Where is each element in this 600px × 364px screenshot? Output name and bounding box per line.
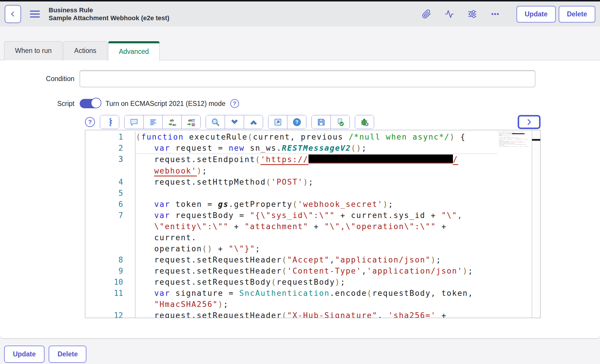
es-mode-help-icon[interactable]: ?: [230, 99, 239, 108]
code-line-text: [135, 188, 540, 199]
code-line: 11var signature = SncAuthentication.enco…: [85, 288, 540, 310]
back-button[interactable]: [5, 5, 21, 23]
code-line-text: request.setRequestHeader('Content-Type',…: [135, 265, 540, 277]
comment-button[interactable]: [125, 115, 143, 129]
chevron-right-icon: [525, 118, 533, 126]
save-button[interactable]: [312, 115, 330, 129]
toolbar-group: [206, 115, 263, 129]
condition-label: Condition: [0, 75, 80, 83]
code-line: 12request.setRequestHeader("X-Hub-Signat…: [85, 310, 540, 318]
code-line-text: request.setRequestHeader("X-Hub-Signatur…: [135, 310, 540, 318]
code-line-text: request.setHttpMethod('POST');: [135, 176, 540, 188]
toolbar-group: [355, 115, 374, 129]
code-line-text: var requestBody = "{\"sys_id\":\"" + cur…: [135, 210, 540, 254]
svg-text:ab: ab: [170, 118, 174, 122]
code-line-text: var request = new sn_ws.RESTMessageV2();: [135, 142, 540, 154]
debug-icon: [360, 118, 369, 127]
replace-button[interactable]: abac: [162, 115, 181, 129]
search-button[interactable]: [206, 115, 225, 129]
more-button[interactable]: [490, 9, 500, 19]
line-number: 6: [85, 199, 135, 210]
tab-advanced[interactable]: Advanced: [108, 41, 160, 61]
code-line-text: request.setRequestBody(requestBody);: [135, 277, 540, 288]
find-previous-icon: [249, 118, 258, 127]
syntax-check-button[interactable]: [330, 115, 350, 129]
code-line-text: request.setEndpoint('https:/// webhook')…: [135, 154, 540, 176]
code-line: 2var request = new sn_ws.RESTMessageV2()…: [85, 142, 540, 154]
syntax-editor-button[interactable]: [100, 115, 119, 129]
script-label: Script: [0, 100, 80, 108]
code-line: 1(function executeRule(current, previous…: [85, 131, 540, 142]
line-number: 3: [85, 154, 135, 176]
attachment-icon: [422, 9, 431, 19]
line-number: 4: [85, 176, 135, 188]
tab-bar: When to runActionsAdvanced: [0, 41, 600, 60]
settings-sliders-icon: [468, 9, 477, 19]
code-line: 10request.setRequestBody(requestBody);: [85, 277, 540, 288]
expand-editor-button[interactable]: [518, 115, 541, 129]
line-number: 9: [85, 265, 135, 277]
condition-row: Condition: [0, 70, 600, 87]
condition-input[interactable]: [80, 70, 535, 87]
save-icon: [317, 118, 326, 127]
code-line: 3request.setEndpoint('https:/// webhook'…: [85, 154, 540, 176]
tab-when-to-run[interactable]: When to run: [4, 41, 62, 60]
help-icon: ?: [292, 118, 301, 127]
replace-all-button[interactable]: abac: [181, 115, 200, 129]
redacted-url: [308, 154, 453, 164]
open-new-window-icon: [273, 118, 282, 127]
editor-help-icon[interactable]: ?: [85, 117, 95, 127]
code-line: 8request.setRequestHeader("Accept","appl…: [85, 254, 540, 265]
code-line-text: (function executeRule(current, previous …: [135, 131, 540, 142]
debug-button[interactable]: [355, 115, 374, 129]
svg-text:ac: ac: [192, 123, 195, 127]
line-number: 2: [85, 142, 135, 154]
update-button-header[interactable]: Update: [517, 6, 556, 23]
form-panel: Condition Script Turn on ECMAScript 2021…: [0, 60, 600, 339]
code-lines: 1(function executeRule(current, previous…: [85, 130, 540, 318]
code-line: 9request.setRequestHeader('Content-Type'…: [85, 265, 540, 277]
attachment-button[interactable]: [422, 9, 432, 19]
context-menu-icon[interactable]: [30, 11, 40, 18]
toolbar-group: [311, 115, 350, 129]
es-mode-toggle[interactable]: [80, 99, 99, 108]
svg-text:?: ?: [295, 119, 298, 125]
toolbar-group: [100, 115, 119, 129]
script-row: Script Turn on ECMAScript 2021 (ES12) mo…: [0, 99, 600, 108]
search-icon: [211, 118, 220, 127]
line-number: 5: [85, 188, 135, 199]
line-number: 7: [85, 210, 135, 254]
activity-icon: [445, 9, 454, 19]
line-number: 8: [85, 254, 135, 265]
script-code-editor[interactable]: 1(function executeRule(current, previous…: [85, 130, 541, 318]
record-name-title: Sample Attachment Webhook (e2e test): [49, 14, 169, 22]
tab-actions[interactable]: Actions: [63, 41, 107, 60]
toggle-knob: [91, 98, 101, 108]
code-line-text: var token = gs.getProperty('webhook_secr…: [135, 199, 540, 210]
update-button-footer[interactable]: Update: [4, 346, 45, 363]
activity-button[interactable]: [444, 9, 454, 19]
find-previous-button[interactable]: [244, 115, 263, 129]
toolbar-group: ?: [268, 115, 306, 129]
es-mode-toggle-label: Turn on ECMAScript 2021 (ES12) mode: [105, 100, 226, 108]
delete-button-footer[interactable]: Delete: [49, 346, 86, 363]
code-line: 5: [85, 188, 540, 199]
delete-button-header[interactable]: Delete: [559, 6, 595, 23]
more-icon: [490, 9, 500, 19]
code-line-text: var signature = SncAuthentication.encode…: [135, 288, 540, 310]
line-number: 1: [85, 131, 135, 142]
editor-scrollbar[interactable]: [532, 130, 540, 318]
code-line-text: request.setRequestHeader("Accept","appli…: [135, 254, 540, 265]
format-code-icon: [149, 118, 158, 127]
settings-sliders-button[interactable]: [467, 9, 477, 19]
open-new-window-button[interactable]: [268, 115, 287, 129]
header-icon-buttons: [422, 9, 500, 19]
replace-icon: abac: [168, 118, 177, 127]
footer: Update Delete: [0, 339, 600, 363]
svg-text:ab: ab: [188, 118, 192, 122]
comment-icon: [129, 118, 139, 127]
help-button[interactable]: ?: [287, 115, 306, 129]
format-code-button[interactable]: [143, 115, 162, 129]
code-line: 7var requestBody = "{\"sys_id\":\"" + cu…: [85, 210, 540, 254]
find-next-button[interactable]: [225, 115, 244, 129]
